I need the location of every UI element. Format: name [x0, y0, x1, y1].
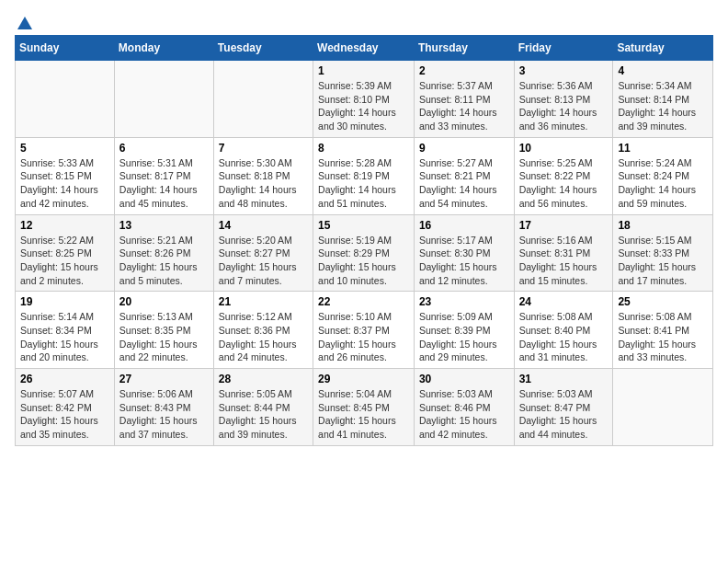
weekday-header-wednesday: Wednesday	[313, 36, 415, 61]
day-number: 6	[119, 142, 209, 155]
calendar-table: SundayMondayTuesdayWednesdayThursdayFrid…	[15, 35, 713, 446]
day-number: 30	[419, 373, 509, 385]
weekday-header-monday: Monday	[114, 36, 213, 61]
day-number: 2	[419, 64, 509, 77]
calendar-cell: 19Sunrise: 5:14 AM Sunset: 8:34 PM Dayli…	[16, 292, 115, 369]
calendar-cell: 11Sunrise: 5:24 AM Sunset: 8:24 PM Dayli…	[613, 137, 713, 214]
calendar-cell: 5Sunrise: 5:33 AM Sunset: 8:15 PM Daylig…	[16, 137, 115, 214]
calendar-cell: 24Sunrise: 5:08 AM Sunset: 8:40 PM Dayli…	[514, 292, 613, 369]
day-number: 3	[519, 64, 609, 77]
day-info: Sunrise: 5:12 AM Sunset: 8:36 PM Dayligh…	[219, 310, 308, 364]
day-info: Sunrise: 5:13 AM Sunset: 8:35 PM Dayligh…	[119, 310, 209, 364]
day-info: Sunrise: 5:03 AM Sunset: 8:46 PM Dayligh…	[419, 387, 509, 442]
day-info: Sunrise: 5:03 AM Sunset: 8:47 PM Dayligh…	[519, 387, 609, 442]
calendar-cell	[213, 61, 313, 138]
day-info: Sunrise: 5:21 AM Sunset: 8:26 PM Dayligh…	[119, 234, 209, 288]
calendar-cell: 6Sunrise: 5:31 AM Sunset: 8:17 PM Daylig…	[114, 137, 213, 214]
day-number: 11	[618, 142, 708, 155]
calendar-cell	[16, 61, 115, 138]
day-number: 26	[20, 373, 109, 385]
day-info: Sunrise: 5:05 AM Sunset: 8:44 PM Dayligh…	[219, 387, 308, 442]
day-number: 23	[419, 295, 509, 308]
weekday-header-thursday: Thursday	[414, 36, 514, 61]
day-number: 17	[519, 219, 609, 232]
logo	[15, 15, 33, 28]
calendar-cell: 20Sunrise: 5:13 AM Sunset: 8:35 PM Dayli…	[114, 292, 213, 369]
calendar-cell: 10Sunrise: 5:25 AM Sunset: 8:22 PM Dayli…	[514, 137, 613, 214]
calendar-cell: 29Sunrise: 5:04 AM Sunset: 8:45 PM Dayli…	[313, 369, 415, 446]
day-info: Sunrise: 5:25 AM Sunset: 8:22 PM Dayligh…	[519, 156, 609, 211]
calendar-cell: 17Sunrise: 5:16 AM Sunset: 8:31 PM Dayli…	[514, 214, 613, 292]
day-info: Sunrise: 5:15 AM Sunset: 8:33 PM Dayligh…	[618, 234, 708, 288]
day-info: Sunrise: 5:31 AM Sunset: 8:17 PM Dayligh…	[119, 156, 209, 211]
day-number: 10	[519, 142, 609, 155]
calendar-cell: 21Sunrise: 5:12 AM Sunset: 8:36 PM Dayli…	[213, 292, 313, 369]
svg-marker-0	[17, 17, 32, 29]
calendar-cell: 7Sunrise: 5:30 AM Sunset: 8:18 PM Daylig…	[213, 137, 313, 214]
calendar-cell: 23Sunrise: 5:09 AM Sunset: 8:39 PM Dayli…	[414, 292, 514, 369]
calendar-cell: 30Sunrise: 5:03 AM Sunset: 8:46 PM Dayli…	[414, 369, 514, 446]
day-number: 4	[618, 64, 708, 77]
calendar-cell: 26Sunrise: 5:07 AM Sunset: 8:42 PM Dayli…	[16, 369, 115, 446]
day-number: 21	[219, 295, 308, 308]
day-info: Sunrise: 5:08 AM Sunset: 8:41 PM Dayligh…	[618, 310, 708, 364]
day-info: Sunrise: 5:39 AM Sunset: 8:10 PM Dayligh…	[318, 79, 409, 133]
day-info: Sunrise: 5:20 AM Sunset: 8:27 PM Dayligh…	[219, 234, 308, 288]
calendar-cell: 15Sunrise: 5:19 AM Sunset: 8:29 PM Dayli…	[313, 214, 415, 292]
day-info: Sunrise: 5:10 AM Sunset: 8:37 PM Dayligh…	[318, 310, 409, 364]
day-number: 15	[318, 219, 409, 232]
calendar-cell: 2Sunrise: 5:37 AM Sunset: 8:11 PM Daylig…	[414, 61, 514, 138]
day-info: Sunrise: 5:08 AM Sunset: 8:40 PM Dayligh…	[519, 310, 609, 364]
weekday-header-saturday: Saturday	[613, 36, 713, 61]
day-number: 1	[318, 64, 409, 77]
day-info: Sunrise: 5:07 AM Sunset: 8:42 PM Dayligh…	[20, 387, 109, 442]
calendar-cell: 16Sunrise: 5:17 AM Sunset: 8:30 PM Dayli…	[414, 214, 514, 292]
calendar-cell: 12Sunrise: 5:22 AM Sunset: 8:25 PM Dayli…	[16, 214, 115, 292]
calendar-cell: 3Sunrise: 5:36 AM Sunset: 8:13 PM Daylig…	[514, 61, 613, 138]
day-info: Sunrise: 5:33 AM Sunset: 8:15 PM Dayligh…	[20, 156, 109, 211]
day-info: Sunrise: 5:14 AM Sunset: 8:34 PM Dayligh…	[20, 310, 109, 364]
day-info: Sunrise: 5:24 AM Sunset: 8:24 PM Dayligh…	[618, 156, 708, 211]
day-info: Sunrise: 5:04 AM Sunset: 8:45 PM Dayligh…	[318, 387, 409, 442]
calendar-cell: 25Sunrise: 5:08 AM Sunset: 8:41 PM Dayli…	[613, 292, 713, 369]
day-info: Sunrise: 5:17 AM Sunset: 8:30 PM Dayligh…	[419, 234, 509, 288]
day-info: Sunrise: 5:06 AM Sunset: 8:43 PM Dayligh…	[119, 387, 209, 442]
calendar-cell: 8Sunrise: 5:28 AM Sunset: 8:19 PM Daylig…	[313, 137, 415, 214]
day-number: 19	[20, 295, 109, 308]
calendar-cell	[613, 369, 713, 446]
day-info: Sunrise: 5:36 AM Sunset: 8:13 PM Dayligh…	[519, 79, 609, 133]
day-info: Sunrise: 5:22 AM Sunset: 8:25 PM Dayligh…	[20, 234, 109, 288]
day-number: 5	[20, 142, 109, 155]
calendar-cell: 13Sunrise: 5:21 AM Sunset: 8:26 PM Dayli…	[114, 214, 213, 292]
day-info: Sunrise: 5:34 AM Sunset: 8:14 PM Dayligh…	[618, 79, 708, 133]
calendar-cell: 14Sunrise: 5:20 AM Sunset: 8:27 PM Dayli…	[213, 214, 313, 292]
day-number: 27	[119, 373, 209, 385]
day-info: Sunrise: 5:19 AM Sunset: 8:29 PM Dayligh…	[318, 234, 409, 288]
weekday-header-sunday: Sunday	[16, 36, 115, 61]
day-number: 13	[119, 219, 209, 232]
page-header	[15, 15, 713, 28]
day-number: 14	[219, 219, 308, 232]
logo-triangle-icon	[17, 15, 33, 31]
day-number: 12	[20, 219, 109, 232]
day-info: Sunrise: 5:30 AM Sunset: 8:18 PM Dayligh…	[219, 156, 308, 211]
day-number: 20	[119, 295, 209, 308]
calendar-cell: 4Sunrise: 5:34 AM Sunset: 8:14 PM Daylig…	[613, 61, 713, 138]
day-number: 22	[318, 295, 409, 308]
weekday-header-friday: Friday	[514, 36, 613, 61]
day-number: 18	[618, 219, 708, 232]
day-info: Sunrise: 5:16 AM Sunset: 8:31 PM Dayligh…	[519, 234, 609, 288]
day-info: Sunrise: 5:27 AM Sunset: 8:21 PM Dayligh…	[419, 156, 509, 211]
calendar-cell	[114, 61, 213, 138]
day-info: Sunrise: 5:37 AM Sunset: 8:11 PM Dayligh…	[419, 79, 509, 133]
day-number: 25	[618, 295, 708, 308]
day-info: Sunrise: 5:09 AM Sunset: 8:39 PM Dayligh…	[419, 310, 509, 364]
calendar-cell: 18Sunrise: 5:15 AM Sunset: 8:33 PM Dayli…	[613, 214, 713, 292]
day-number: 24	[519, 295, 609, 308]
day-number: 16	[419, 219, 509, 232]
calendar-cell: 1Sunrise: 5:39 AM Sunset: 8:10 PM Daylig…	[313, 61, 415, 138]
calendar-cell: 9Sunrise: 5:27 AM Sunset: 8:21 PM Daylig…	[414, 137, 514, 214]
weekday-header-tuesday: Tuesday	[213, 36, 313, 61]
day-info: Sunrise: 5:28 AM Sunset: 8:19 PM Dayligh…	[318, 156, 409, 211]
day-number: 31	[519, 373, 609, 385]
